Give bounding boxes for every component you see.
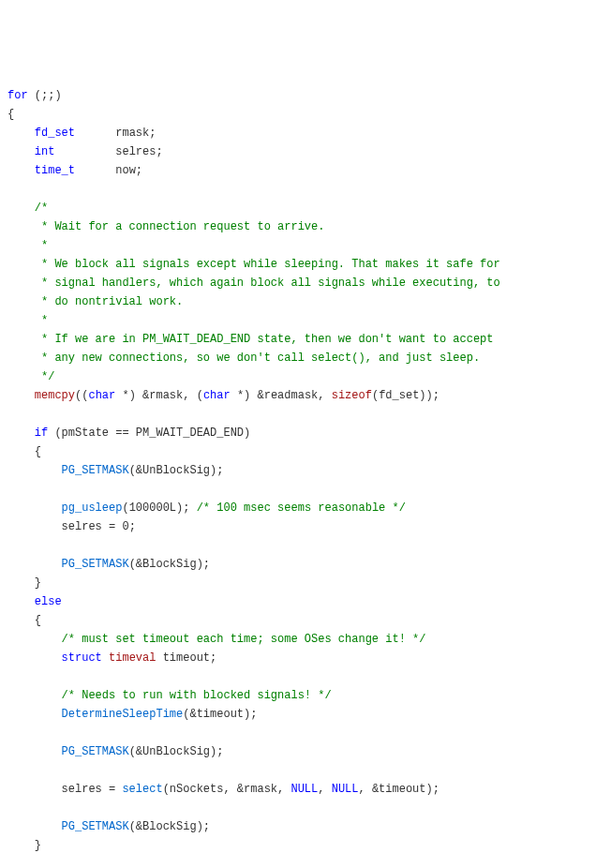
- keyword-for: for: [7, 89, 28, 102]
- type-fdset: fd_set: [7, 127, 75, 140]
- keyword-if: if: [35, 427, 48, 440]
- comment-block: /*: [7, 202, 48, 215]
- keyword-struct: struct: [62, 651, 102, 665]
- type-timet: time_t: [7, 164, 75, 177]
- keyword-else: else: [35, 595, 62, 608]
- code-block: for (;;) { fd_set rmask; int selres; tim…: [7, 86, 589, 855]
- func-pgusleep: pg_usleep: [62, 501, 123, 515]
- func-select: select: [122, 783, 162, 796]
- type-int: int: [7, 145, 54, 158]
- func-determinesleeptime: DetermineSleepTime: [62, 708, 184, 721]
- func-pgsetmask: PG_SETMASK: [62, 464, 129, 477]
- func-memcpy: memcpy: [35, 389, 75, 402]
